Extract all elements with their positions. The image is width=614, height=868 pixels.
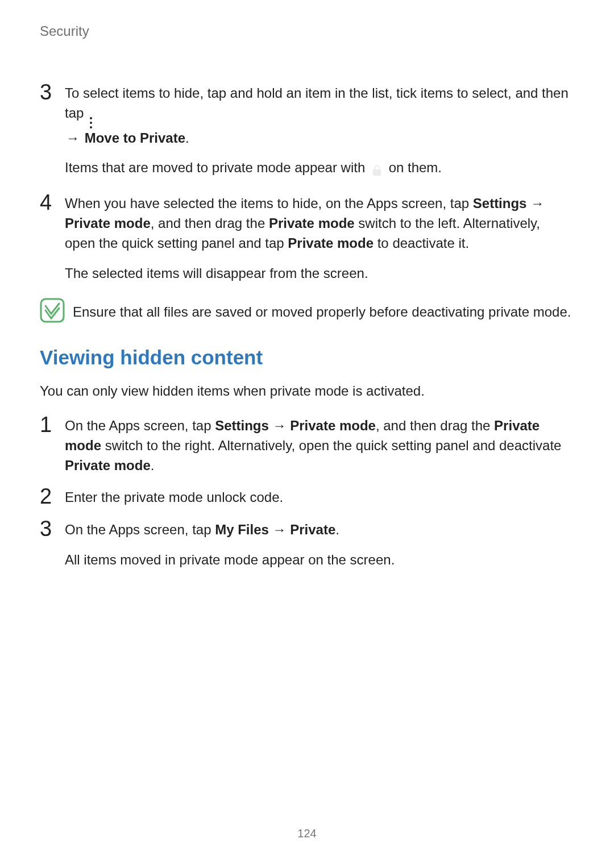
bold-text: Private mode: [290, 418, 376, 433]
text: on them.: [389, 160, 442, 175]
step-number: 1: [40, 414, 65, 475]
step-4-sub: The selected items will disappear from t…: [65, 264, 574, 284]
text: To select items to hide, tap and hold an…: [65, 85, 569, 121]
note-icon: [40, 298, 65, 323]
view-step-3: 3 On the Apps screen, tap My Files → Pri…: [40, 518, 574, 540]
note: Ensure that all files are saved or moved…: [40, 298, 574, 323]
view-step-3-sub: All items moved in private mode appear o…: [65, 550, 574, 570]
bold-text: Private mode: [288, 235, 374, 251]
text: , and then drag the: [376, 418, 494, 433]
page-number: 124: [0, 825, 614, 842]
more-icon: [88, 117, 92, 128]
arrow-icon: →: [65, 128, 81, 148]
bold-text: Move to Private: [85, 130, 185, 146]
text: .: [335, 522, 339, 537]
step-3: 3 To select items to hide, tap and hold …: [40, 81, 574, 148]
section-heading: Viewing hidden content: [40, 343, 574, 372]
step-4: 4 When you have selected the items to hi…: [40, 192, 574, 253]
note-text: Ensure that all files are saved or moved…: [73, 298, 574, 322]
text: On the Apps screen, tap: [65, 522, 215, 537]
view-step-1: 1 On the Apps screen, tap Settings → Pri…: [40, 414, 574, 475]
section-intro: You can only view hidden items when priv…: [40, 381, 574, 401]
text: to deactivate it.: [374, 235, 469, 251]
arrow-icon: →: [269, 522, 290, 537]
step-body: On the Apps screen, tap My Files → Priva…: [65, 518, 574, 540]
arrow-icon: →: [269, 418, 290, 433]
bold-text: Private: [290, 522, 335, 537]
page-content: Security 3 To select items to hide, tap …: [0, 0, 614, 570]
bold-text: My Files: [215, 522, 269, 537]
text: .: [185, 130, 189, 146]
bold-text: Settings: [215, 418, 269, 433]
bold-text: Private mode: [65, 458, 151, 473]
step-number: 3: [40, 518, 65, 540]
step-body: When you have selected the items to hide…: [65, 192, 574, 253]
text: .: [151, 458, 155, 473]
text: On the Apps screen, tap: [65, 418, 215, 433]
text: Items that are moved to private mode app…: [65, 160, 365, 175]
step-body: Enter the private mode unlock code.: [65, 485, 574, 508]
text: switch to the right. Alternatively, open…: [101, 438, 561, 453]
bold-text: Private mode: [65, 215, 151, 231]
step-3-sub: Items that are moved to private mode app…: [65, 158, 574, 178]
lock-icon: [371, 163, 383, 175]
bold-text: Private mode: [269, 215, 355, 231]
bold-text: Settings: [473, 196, 527, 211]
step-body: On the Apps screen, tap Settings → Priva…: [65, 414, 574, 475]
svg-rect-0: [41, 299, 64, 322]
text: When you have selected the items to hide…: [65, 196, 473, 211]
text: , and then drag the: [151, 215, 269, 231]
step-number: 2: [40, 485, 65, 508]
view-step-2: 2 Enter the private mode unlock code.: [40, 485, 574, 508]
step-body: To select items to hide, tap and hold an…: [65, 81, 574, 148]
step-number: 4: [40, 192, 65, 253]
step-number: 3: [40, 81, 65, 148]
page-header: Security: [40, 22, 574, 41]
arrow-icon: →: [526, 196, 544, 211]
